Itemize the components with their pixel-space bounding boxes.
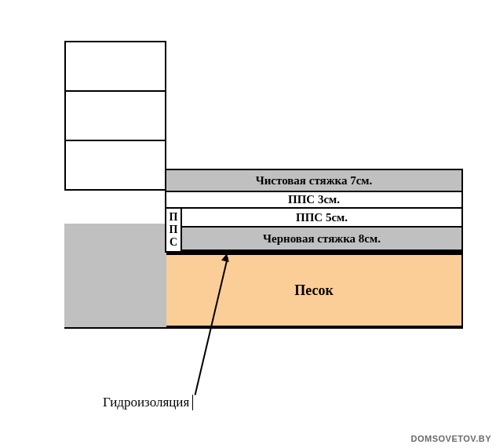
layer-label: Чистовая стяжка 7см. [256,174,373,188]
wall-block-3 [64,140,166,191]
side-pps-letter: П [166,211,181,224]
layer-label: Черновая стяжка 8см. [263,232,381,246]
sand-block: Песок [166,255,463,327]
layer-label: ППС 5см. [296,211,348,224]
sand-label: Песок [294,282,334,299]
layer-rough-screed: Черновая стяжка 8см. [181,226,463,251]
side-pps-letter: С [166,236,181,249]
layer-label: ППС 3см. [288,193,340,206]
layer-pps-3: ППС 3см. [165,191,463,209]
layer-top-screed: Чистовая стяжка 7см. [165,169,463,192]
callout-text: Гидроизоляция [103,395,189,410]
wall-block-2 [64,90,166,141]
layer-pps-5: ППС 5см. [181,207,463,228]
baseline [64,327,463,329]
wall-block-1 [64,41,166,92]
side-pps-column: П П С [165,207,182,253]
side-pps-letter: П [166,224,181,236]
foundation-block [64,224,166,327]
watermark: DOMSOVETOV.BY [411,434,491,443]
callout-hydro: Гидроизоляция [103,395,193,410]
diagram-stage: Чистовая стяжка 7см. ППС 3см. П П С ППС … [0,0,496,448]
